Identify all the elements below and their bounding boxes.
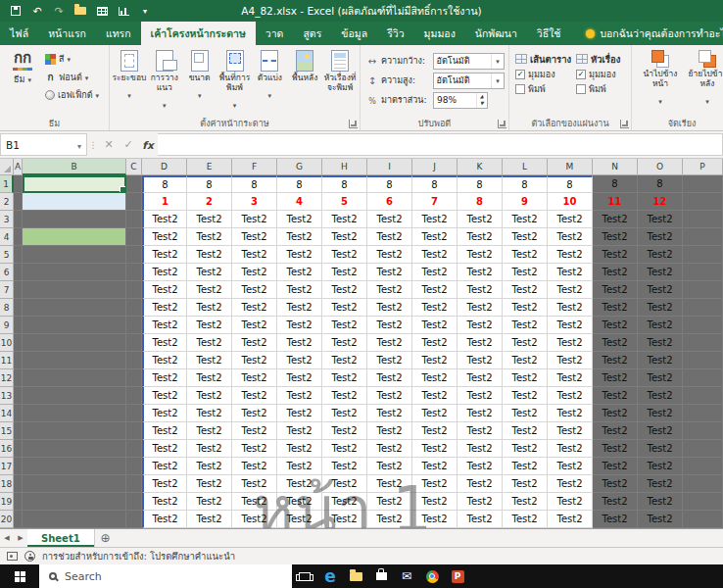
cell-I10[interactable]: Test2 <box>367 334 412 352</box>
cell-M10[interactable]: Test2 <box>548 334 593 352</box>
cell-G6[interactable]: Test2 <box>277 264 322 281</box>
cell-D17[interactable]: Test2 <box>142 458 187 475</box>
cell-I1[interactable]: 8 <box>367 175 412 193</box>
cell-F14[interactable]: Test2 <box>232 405 277 422</box>
open-folder-icon[interactable] <box>71 2 90 20</box>
cell-K8[interactable]: Test2 <box>458 299 503 317</box>
row-header-19[interactable]: 19 <box>0 493 14 511</box>
cell-J2[interactable]: 7 <box>412 193 458 211</box>
cell-F4[interactable]: Test2 <box>232 228 277 246</box>
cell-L2[interactable]: 9 <box>503 193 548 211</box>
tab-draw[interactable]: วาด <box>256 22 294 45</box>
cell-E20[interactable]: Test2 <box>187 511 232 528</box>
cell-C18[interactable] <box>126 475 142 493</box>
select-all-button[interactable] <box>0 159 14 175</box>
cell-O13[interactable]: Test2 <box>638 387 683 405</box>
row-header-3[interactable]: 3 <box>0 211 14 228</box>
cell-H6[interactable]: Test2 <box>322 264 367 281</box>
cell-K10[interactable]: Test2 <box>458 334 503 352</box>
cell-M2[interactable]: 10 <box>548 193 593 211</box>
cell-D3[interactable]: Test2 <box>142 211 187 228</box>
cell-P11[interactable] <box>683 352 723 369</box>
cell-H11[interactable]: Test2 <box>322 352 367 369</box>
cell-H16[interactable]: Test2 <box>322 440 367 458</box>
cell-C10[interactable] <box>126 334 142 352</box>
redo-icon[interactable] <box>49 2 69 20</box>
tab-review[interactable]: รีวิว <box>377 22 413 45</box>
cell-K2[interactable]: 8 <box>458 193 503 211</box>
bring-forward-button[interactable]: นำไปข้างหน้า <box>638 47 683 118</box>
cell-M12[interactable]: Test2 <box>548 369 593 387</box>
theme-colors-button[interactable]: สี <box>45 52 99 66</box>
cell-P7[interactable] <box>683 281 723 299</box>
column-header-P[interactable]: P <box>683 159 723 175</box>
cell-L1[interactable]: 8 <box>503 175 548 193</box>
cell-P18[interactable] <box>683 475 723 493</box>
cell-K20[interactable]: Test2 <box>458 511 503 528</box>
cell-E4[interactable]: Test2 <box>187 228 232 246</box>
cell-M1[interactable]: 8 <box>548 175 593 193</box>
tab-home[interactable]: หน้าแรก <box>38 22 96 45</box>
cell-O4[interactable]: Test2 <box>638 228 683 246</box>
cell-K16[interactable]: Test2 <box>458 440 503 458</box>
tab-formulas[interactable]: สูตร <box>293 22 331 45</box>
cell-N13[interactable]: Test2 <box>593 387 638 405</box>
cell-I16[interactable]: Test2 <box>367 440 412 458</box>
cell-J16[interactable]: Test2 <box>412 440 458 458</box>
cell-I6[interactable]: Test2 <box>367 264 412 281</box>
task-view-button[interactable] <box>292 564 317 588</box>
cell-M6[interactable]: Test2 <box>548 264 593 281</box>
cell-O2[interactable]: 12 <box>638 193 683 211</box>
cell-L15[interactable]: Test2 <box>503 422 548 440</box>
cell-M15[interactable]: Test2 <box>548 422 593 440</box>
cell-L13[interactable]: Test2 <box>503 387 548 405</box>
cell-N19[interactable]: Test2 <box>593 493 638 511</box>
tab-file[interactable]: ไฟล์ <box>0 22 38 45</box>
cell-F12[interactable]: Test2 <box>232 369 277 387</box>
cell-F13[interactable]: Test2 <box>232 387 277 405</box>
cell-J12[interactable]: Test2 <box>412 369 458 387</box>
cell-C2[interactable] <box>126 193 142 211</box>
cell-A1[interactable] <box>14 175 23 193</box>
cell-A2[interactable] <box>14 193 23 211</box>
cell-H10[interactable]: Test2 <box>322 334 367 352</box>
new-sheet-button[interactable] <box>95 529 117 547</box>
cell-M14[interactable]: Test2 <box>548 405 593 422</box>
cell-B4[interactable] <box>23 228 126 246</box>
sheet-nav-right-icon[interactable] <box>14 529 27 547</box>
cell-G8[interactable]: Test2 <box>277 299 322 317</box>
cell-P9[interactable] <box>683 317 723 334</box>
cell-I7[interactable]: Test2 <box>367 281 412 299</box>
cell-M3[interactable]: Test2 <box>548 211 593 228</box>
cell-N5[interactable]: Test2 <box>593 246 638 264</box>
cell-C7[interactable] <box>126 281 142 299</box>
cell-F8[interactable]: Test2 <box>232 299 277 317</box>
row-header-4[interactable]: 4 <box>0 228 14 246</box>
cell-B7[interactable] <box>23 281 126 299</box>
cell-N9[interactable]: Test2 <box>593 317 638 334</box>
edge-button[interactable] <box>317 564 343 588</box>
column-header-E[interactable]: E <box>187 159 232 175</box>
cell-M19[interactable]: Test2 <box>548 493 593 511</box>
cell-I5[interactable]: Test2 <box>367 246 412 264</box>
width-combo[interactable]: อัตโนมัติ <box>433 53 505 70</box>
cell-E11[interactable]: Test2 <box>187 352 232 369</box>
row-header-18[interactable]: 18 <box>0 475 14 493</box>
cell-M7[interactable]: Test2 <box>548 281 593 299</box>
cell-A7[interactable] <box>14 281 23 299</box>
headings-print-checkbox[interactable]: พิมพ์ <box>576 81 627 96</box>
cell-N8[interactable]: Test2 <box>593 299 638 317</box>
powerpoint-button[interactable] <box>445 564 470 588</box>
cell-N2[interactable]: 11 <box>593 193 638 211</box>
macro-record-icon[interactable] <box>7 552 18 561</box>
headings-view-checkbox[interactable]: มุมมอง <box>576 67 627 81</box>
cell-E5[interactable]: Test2 <box>187 246 232 264</box>
cell-C20[interactable] <box>126 511 142 528</box>
themes-button[interactable]: กก ธีม <box>2 47 43 118</box>
row-header-13[interactable]: 13 <box>0 387 14 405</box>
cell-J9[interactable]: Test2 <box>412 317 458 334</box>
cell-N16[interactable]: Test2 <box>593 440 638 458</box>
column-header-H[interactable]: H <box>322 159 367 175</box>
cell-N6[interactable]: Test2 <box>593 264 638 281</box>
cell-C17[interactable] <box>126 458 142 475</box>
